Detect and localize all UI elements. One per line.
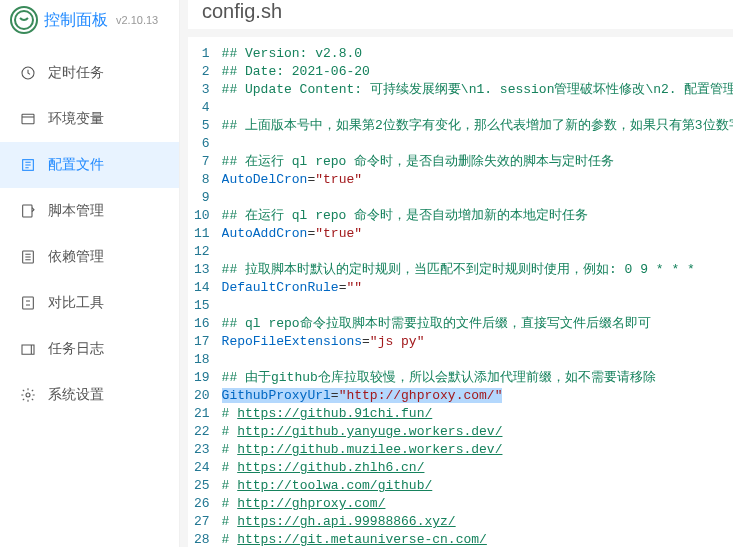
- code-line[interactable]: GithubProxyUrl="http://ghproxy.com/": [222, 387, 733, 405]
- line-number: 7: [194, 153, 210, 171]
- sidebar-item-5[interactable]: 对比工具: [0, 280, 179, 326]
- dependency-icon: [20, 249, 36, 265]
- sidebar-item-4[interactable]: 依赖管理: [0, 234, 179, 280]
- sidebar-item-label: 对比工具: [48, 294, 104, 312]
- line-number: 8: [194, 171, 210, 189]
- line-number: 23: [194, 441, 210, 459]
- line-number: 14: [194, 279, 210, 297]
- code-line[interactable]: # https://gh.api.99988866.xyz/: [222, 513, 733, 531]
- line-number: 24: [194, 459, 210, 477]
- line-number: 12: [194, 243, 210, 261]
- sidebar: 控制面板 v2.10.13 定时任务环境变量配置文件脚本管理依赖管理对比工具任务…: [0, 0, 180, 547]
- svg-rect-6: [23, 297, 34, 309]
- code-area[interactable]: ## Version: v2.8.0## Date: 2021-06-20## …: [222, 45, 733, 547]
- line-number: 2: [194, 63, 210, 81]
- sidebar-item-6[interactable]: 任务日志: [0, 326, 179, 372]
- code-line[interactable]: DefaultCronRule="": [222, 279, 733, 297]
- line-number: 15: [194, 297, 210, 315]
- code-line[interactable]: ## 在运行 ql repo 命令时，是否自动删除失效的脚本与定时任务: [222, 153, 733, 171]
- page-title: config.sh: [188, 0, 733, 29]
- variable-icon: [20, 111, 36, 127]
- sidebar-item-label: 配置文件: [48, 156, 104, 174]
- main: config.sh 123456789101112131415161718192…: [180, 0, 733, 547]
- line-number: 25: [194, 477, 210, 495]
- sidebar-item-1[interactable]: 环境变量: [0, 96, 179, 142]
- code-line[interactable]: AutoDelCron="true": [222, 171, 733, 189]
- code-line[interactable]: # https://git.metauniverse-cn.com/: [222, 531, 733, 547]
- clock-icon: [20, 65, 36, 81]
- code-line[interactable]: # http://toolwa.com/github/: [222, 477, 733, 495]
- code-line[interactable]: ## Update Content: 可持续发展纲要\n1. session管理…: [222, 81, 733, 99]
- code-line[interactable]: # http://github.yanyuge.workers.dev/: [222, 423, 733, 441]
- code-line[interactable]: ## Version: v2.8.0: [222, 45, 733, 63]
- code-line[interactable]: [222, 135, 733, 153]
- code-line[interactable]: ## 由于github仓库拉取较慢，所以会默认添加代理前缀，如不需要请移除: [222, 369, 733, 387]
- code-line[interactable]: ## 上面版本号中，如果第2位数字有变化，那么代表增加了新的参数，如果只有第3位…: [222, 117, 733, 135]
- line-number: 4: [194, 99, 210, 117]
- sidebar-item-label: 环境变量: [48, 110, 104, 128]
- line-number: 19: [194, 369, 210, 387]
- diff-icon: [20, 295, 36, 311]
- brand-name: 控制面板: [44, 10, 108, 31]
- svg-rect-4: [23, 205, 32, 217]
- code-line[interactable]: [222, 297, 733, 315]
- line-number: 5: [194, 117, 210, 135]
- line-number: 1: [194, 45, 210, 63]
- line-number: 17: [194, 333, 210, 351]
- sidebar-item-3[interactable]: 脚本管理: [0, 188, 179, 234]
- code-line[interactable]: RepoFileExtensions="js py": [222, 333, 733, 351]
- line-number: 22: [194, 423, 210, 441]
- log-icon: [20, 341, 36, 357]
- code-line[interactable]: ## ql repo命令拉取脚本时需要拉取的文件后缀，直接写文件后缀名即可: [222, 315, 733, 333]
- code-line[interactable]: AutoAddCron="true": [222, 225, 733, 243]
- sidebar-item-label: 任务日志: [48, 340, 104, 358]
- code-line[interactable]: [222, 189, 733, 207]
- app-root: 控制面板 v2.10.13 定时任务环境变量配置文件脚本管理依赖管理对比工具任务…: [0, 0, 733, 547]
- line-number: 6: [194, 135, 210, 153]
- script-icon: [20, 203, 36, 219]
- line-number: 18: [194, 351, 210, 369]
- code-line[interactable]: [222, 351, 733, 369]
- line-number: 13: [194, 261, 210, 279]
- line-number: 11: [194, 225, 210, 243]
- line-number: 21: [194, 405, 210, 423]
- config-icon: [20, 157, 36, 173]
- code-line[interactable]: ## 在运行 ql repo 命令时，是否自动增加新的本地定时任务: [222, 207, 733, 225]
- svg-point-7: [26, 393, 30, 397]
- line-number: 26: [194, 495, 210, 513]
- line-number: 16: [194, 315, 210, 333]
- code-editor[interactable]: 1234567891011121314151617181920212223242…: [188, 37, 733, 547]
- brand-version: v2.10.13: [116, 14, 158, 26]
- brand: 控制面板 v2.10.13: [0, 0, 179, 44]
- brand-icon: [10, 6, 38, 34]
- code-line[interactable]: # https://github.91chi.fun/: [222, 405, 733, 423]
- sidebar-item-0[interactable]: 定时任务: [0, 50, 179, 96]
- line-number: 10: [194, 207, 210, 225]
- sidebar-item-label: 脚本管理: [48, 202, 104, 220]
- sidebar-item-label: 依赖管理: [48, 248, 104, 266]
- line-gutter: 1234567891011121314151617181920212223242…: [188, 45, 222, 547]
- sidebar-item-label: 定时任务: [48, 64, 104, 82]
- line-number: 20: [194, 387, 210, 405]
- sidebar-nav: 定时任务环境变量配置文件脚本管理依赖管理对比工具任务日志系统设置: [0, 44, 179, 418]
- sidebar-item-2[interactable]: 配置文件: [0, 142, 179, 188]
- sidebar-item-7[interactable]: 系统设置: [0, 372, 179, 418]
- code-line[interactable]: ## Date: 2021-06-20: [222, 63, 733, 81]
- line-number: 28: [194, 531, 210, 547]
- sidebar-item-label: 系统设置: [48, 386, 104, 404]
- code-line[interactable]: [222, 243, 733, 261]
- line-number: 27: [194, 513, 210, 531]
- code-line[interactable]: # https://github.zhlh6.cn/: [222, 459, 733, 477]
- line-number: 3: [194, 81, 210, 99]
- settings-icon: [20, 387, 36, 403]
- code-line[interactable]: ## 拉取脚本时默认的定时规则，当匹配不到定时规则时使用，例如: 0 9 * *…: [222, 261, 733, 279]
- code-line[interactable]: # http://github.muzilee.workers.dev/: [222, 441, 733, 459]
- svg-rect-2: [22, 114, 34, 123]
- code-line[interactable]: [222, 99, 733, 117]
- line-number: 9: [194, 189, 210, 207]
- code-line[interactable]: # http://ghproxy.com/: [222, 495, 733, 513]
